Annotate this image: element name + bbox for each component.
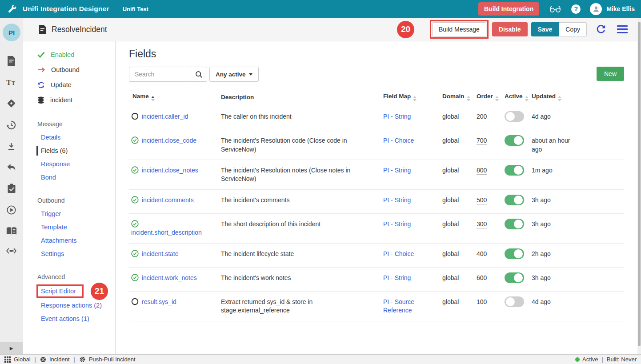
status-bar: Global|Incident|Push-Pull Incident Activ… [0, 354, 641, 364]
sidebar-item-response[interactable]: Response [37, 157, 115, 171]
strip-docs-icon[interactable] [6, 227, 17, 236]
sidebar-item-settings[interactable]: Settings [37, 247, 115, 260]
sidebar-item-label[interactable]: Template [41, 224, 67, 231]
column-header-updated[interactable]: Updated [527, 88, 624, 106]
order-value[interactable]: 700 [477, 137, 487, 145]
column-header-label: Field Map [383, 93, 411, 100]
strip-diamond-arrow-icon[interactable] [6, 98, 16, 108]
order-value[interactable]: 600 [477, 274, 487, 282]
annotation-badge-21: 21 [91, 283, 108, 300]
save-button[interactable]: Save [531, 22, 559, 36]
field-name-link[interactable]: incident.close_code [142, 137, 196, 144]
build-integration-button[interactable]: Build Integration [478, 2, 539, 16]
field-name-link[interactable]: incident.caller_id [142, 113, 188, 120]
sidebar-item-label[interactable]: Settings [41, 250, 64, 257]
active-toggle[interactable] [505, 111, 524, 122]
strip-tasks-icon[interactable] [7, 184, 16, 193]
cell-field-map: PI - Choice [379, 243, 438, 267]
strip-code-icon[interactable] [6, 247, 17, 255]
field-map-link[interactable]: PI - Choice [383, 137, 414, 144]
statusbar-item-global[interactable]: Global [14, 356, 31, 363]
help-icon[interactable]: ? [571, 4, 581, 14]
active-toggle[interactable] [505, 296, 524, 307]
sidebar-item-label[interactable]: Script Editor [41, 288, 76, 295]
strip-reply-icon[interactable] [6, 163, 16, 172]
integration-avatar[interactable]: PI [3, 24, 20, 41]
expand-sidebar-button[interactable]: ▶ [0, 342, 23, 354]
search-input[interactable] [129, 67, 191, 82]
field-map-link[interactable]: PI - String [383, 113, 411, 120]
column-header-domain[interactable]: Domain [438, 88, 472, 106]
sidebar-item-bond[interactable]: Bond [37, 171, 115, 184]
field-map-link[interactable]: PI - String [383, 274, 411, 281]
build-message-button[interactable]: Build Message [432, 22, 486, 36]
column-header-field-map[interactable]: Field Map [379, 88, 438, 106]
sidebar-item-label[interactable]: Event actions (1) [41, 315, 89, 322]
field-name-link[interactable]: result.sys_id [142, 298, 176, 305]
field-map-link[interactable]: PI - Choice [383, 250, 414, 257]
order-value[interactable]: 500 [477, 196, 487, 204]
sidebar-item-event-actions-1[interactable]: Event actions (1) [37, 312, 115, 325]
sidebar-item-label[interactable]: Trigger [41, 210, 61, 217]
strip-history-icon[interactable] [6, 120, 16, 130]
sidebar-item-details[interactable]: Details [37, 131, 115, 144]
active-toggle[interactable] [505, 219, 524, 229]
top-navbar: Unifi Integration Designer Unifi Test Bu… [0, 0, 641, 18]
sidebar-item-label[interactable]: Attachments [41, 237, 77, 244]
sidebar-item-response-actions-2[interactable]: Response actions (2) [37, 299, 115, 312]
field-map-link[interactable]: PI - String [383, 167, 411, 174]
strip-file-icon[interactable] [7, 56, 16, 66]
sidebar-item-label[interactable]: Response actions (2) [41, 302, 102, 309]
order-value[interactable]: 800 [477, 167, 487, 175]
statusbar-item-incident[interactable]: Incident [49, 356, 70, 363]
preview-glasses-icon[interactable] [549, 4, 562, 13]
toggle-knob [506, 297, 515, 306]
strip-play-icon[interactable] [6, 205, 16, 215]
statusbar-item-push-pull-incident[interactable]: Push-Pull Incident [89, 356, 136, 363]
active-toggle[interactable] [505, 135, 524, 146]
field-map-link[interactable]: PI - String [383, 196, 411, 204]
field-map-link[interactable]: PI - Source Reference [383, 298, 414, 314]
field-name-link[interactable]: incident.state [142, 250, 179, 257]
cell-name: incident.close_code [129, 130, 216, 160]
sidebar-item-template[interactable]: Template [37, 220, 115, 234]
active-toggle[interactable] [505, 195, 524, 205]
field-name-link[interactable]: incident.work_notes [142, 274, 197, 281]
strip-text-format-icon[interactable]: TT [6, 78, 17, 87]
column-header-active[interactable]: Active [500, 88, 527, 106]
sidebar-item-label[interactable]: Response [41, 160, 70, 168]
refresh-icon[interactable] [596, 24, 606, 35]
order-value[interactable]: 300 [477, 220, 487, 228]
field-map-link[interactable]: PI - String [383, 220, 411, 228]
new-field-button[interactable]: New [597, 67, 624, 81]
active-filter-dropdown[interactable]: Any active [209, 67, 259, 82]
active-toggle[interactable] [505, 272, 524, 283]
user-name[interactable]: Mike Ellis [606, 5, 635, 12]
copy-button[interactable]: Copy [559, 22, 587, 36]
sidebar-item-script-editor[interactable]: Script Editor21 [37, 284, 115, 299]
order-value[interactable]: 400 [477, 250, 487, 258]
column-header-order[interactable]: Order [472, 88, 500, 106]
field-name-link[interactable]: incident.close_notes [142, 167, 198, 174]
column-header-label: Active [505, 93, 523, 100]
separator: | [34, 356, 37, 363]
active-toggle[interactable] [505, 248, 524, 259]
search-button[interactable] [191, 67, 207, 82]
cell-updated: about an hour ago [527, 130, 624, 160]
sidebar-item-attachments[interactable]: Attachments [37, 234, 115, 247]
field-name-link[interactable]: incident.comments [142, 196, 194, 204]
menu-icon[interactable] [617, 25, 628, 34]
sidebar-item-label[interactable]: Details [41, 134, 60, 141]
sidebar-item-label[interactable]: Bond [41, 174, 56, 181]
user-avatar[interactable] [590, 3, 602, 15]
active-toggle[interactable] [505, 165, 524, 176]
field-name-link[interactable]: incident.short_description [131, 229, 202, 236]
strip-download-icon[interactable] [7, 142, 16, 151]
scrollbar-thumb[interactable] [638, 22, 641, 346]
cell-domain: global [438, 292, 472, 321]
updated-value: 3h ago [532, 196, 551, 204]
column-header-name[interactable]: Name [129, 88, 216, 106]
sidebar-item-trigger[interactable]: Trigger [37, 207, 115, 220]
disable-button[interactable]: Disable [492, 22, 528, 36]
environment-name[interactable]: Unifi Test [123, 6, 148, 12]
